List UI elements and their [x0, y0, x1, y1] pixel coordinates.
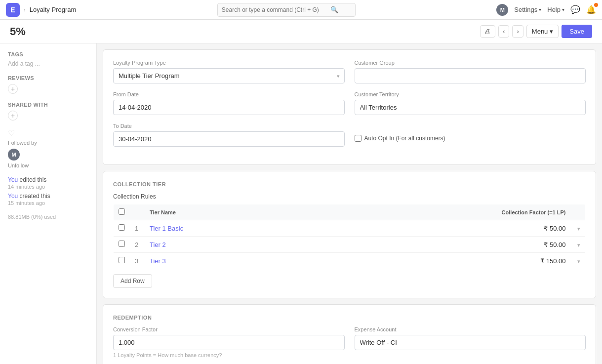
- row-checkbox[interactable]: [119, 257, 125, 263]
- followed-by-label: Followed by: [8, 140, 88, 146]
- row-tier-name-cell: Tier 3: [145, 253, 302, 269]
- chat-icon[interactable]: 💬: [570, 5, 580, 14]
- row-conversion: Conversion Factor 1 Loyalty Points = How…: [113, 326, 586, 358]
- header-tier-name: Tier Name: [145, 204, 302, 220]
- sidebar-shared-section: Shared With +: [8, 102, 88, 121]
- loyalty-program-type-select[interactable]: Multiple Tier Program: [113, 68, 345, 83]
- conversion-factor-group: Conversion Factor 1 Loyalty Points = How…: [113, 326, 345, 358]
- header-actions-col: [571, 204, 586, 220]
- heart-icon: ♡: [8, 128, 88, 138]
- prev-button[interactable]: ‹: [498, 25, 509, 38]
- expense-account-input[interactable]: [355, 335, 586, 350]
- subheader: 5% 🖨 ‹ › Menu ▾ Save: [0, 20, 602, 43]
- select-all-checkbox[interactable]: [119, 208, 125, 215]
- breadcrumb-chevron: ›: [24, 7, 26, 13]
- row-checkbox-cell: [114, 237, 130, 253]
- search-input[interactable]: [222, 6, 330, 13]
- conversion-factor-input[interactable]: [113, 335, 345, 350]
- row-checkbox-cell: [114, 253, 130, 269]
- row-actions-cell: ▾: [571, 220, 586, 237]
- table-row: 1 Tier 1 Basic ₹ 50.00 ▾: [114, 220, 586, 237]
- row-expand-icon[interactable]: ▾: [577, 226, 580, 232]
- sidebar-followed-section: ♡ Followed by M Unfollow: [8, 128, 88, 168]
- row-num: 1: [130, 220, 145, 237]
- user-avatar: M: [496, 4, 508, 16]
- collection-tier-header: COLLECTION TIER: [113, 181, 586, 187]
- activity-item-2: You created this 15 minutes ago: [8, 193, 88, 206]
- notification-icon[interactable]: 🔔: [586, 5, 596, 14]
- expense-account-group: Expense Account: [355, 326, 586, 358]
- unfollow-button[interactable]: Unfollow: [8, 162, 88, 168]
- sidebar-tags-section: Tags Add a tag ...: [8, 51, 88, 67]
- row-factor-cell: ₹ 150.00: [302, 253, 570, 269]
- activity-time-1: 14 minutes ago: [8, 184, 88, 190]
- table-row: 3 Tier 3 ₹ 150.00 ▾: [114, 253, 586, 269]
- collection-tier-table: Tier Name Collection Factor (=1 LP) 1 Ti…: [113, 204, 586, 269]
- collection-rules-label: Collection Rules: [113, 193, 586, 200]
- add-row-button[interactable]: Add Row: [113, 274, 152, 288]
- row-checkbox[interactable]: [119, 241, 125, 247]
- header-num-col: [130, 204, 145, 220]
- row-actions-cell: ▾: [571, 253, 586, 269]
- help-button[interactable]: Help ▾: [547, 6, 564, 13]
- row-checkbox[interactable]: [119, 224, 125, 231]
- activity-time-2: 15 minutes ago: [8, 200, 88, 206]
- conversion-hint: 1 Loyalty Points = How much base currenc…: [113, 352, 345, 358]
- sidebar: Tags Add a tag ... Reviews + Shared With…: [0, 43, 97, 364]
- activity-text-2: created this: [20, 193, 50, 200]
- row-from-date: From Date Customer Territory: [113, 91, 586, 115]
- row-checkbox-cell: [114, 220, 130, 237]
- to-date-label: To Date: [113, 123, 345, 129]
- customer-territory-input[interactable]: [355, 100, 586, 115]
- from-date-group: From Date: [113, 91, 345, 115]
- row-num: 3: [130, 253, 145, 269]
- row-expand-icon[interactable]: ▾: [577, 242, 580, 248]
- customer-group-label: Customer Group: [355, 60, 586, 66]
- auto-opt-in-checkbox[interactable]: [355, 135, 361, 142]
- row-expand-icon[interactable]: ▾: [577, 258, 580, 264]
- to-date-group: To Date: [113, 123, 345, 147]
- settings-caret: ▾: [539, 7, 541, 12]
- page-title: 5%: [10, 25, 26, 38]
- next-button[interactable]: ›: [512, 25, 523, 38]
- global-search[interactable]: 🔍: [217, 3, 356, 17]
- breadcrumb-title: Loyalty Program: [30, 6, 77, 13]
- menu-caret: ▾: [550, 28, 553, 35]
- print-button[interactable]: 🖨: [480, 25, 495, 38]
- activity-you-1: You: [8, 176, 18, 183]
- menu-button[interactable]: Menu ▾: [526, 25, 559, 38]
- app-icon: E: [6, 3, 20, 17]
- follower-item: M: [8, 149, 88, 161]
- search-icon: 🔍: [330, 6, 338, 13]
- redemption-card: REDEMPTION Conversion Factor 1 Loyalty P…: [103, 304, 596, 364]
- sidebar-activity-section: You edited this 14 minutes ago You creat…: [8, 176, 88, 206]
- tier-table-body: 1 Tier 1 Basic ₹ 50.00 ▾ 2 Tier 2 ₹ 50.0…: [114, 220, 586, 269]
- conversion-factor-label: Conversion Factor: [113, 326, 345, 332]
- notification-badge: [594, 3, 598, 7]
- add-review-button[interactable]: +: [8, 84, 18, 94]
- add-shared-button[interactable]: +: [8, 111, 18, 121]
- header-collection-factor: Collection Factor (=1 LP): [302, 204, 570, 220]
- auto-opt-in-group: Auto Opt In (For all customers): [355, 123, 586, 147]
- save-button[interactable]: Save: [562, 25, 592, 38]
- add-tag-placeholder[interactable]: Add a tag ...: [8, 60, 88, 67]
- row-program-type: Loyalty Program Type Multiple Tier Progr…: [113, 60, 586, 83]
- content-area: Loyalty Program Type Multiple Tier Progr…: [97, 43, 602, 364]
- tier-name-link[interactable]: Tier 1 Basic: [150, 225, 183, 232]
- settings-button[interactable]: Settings ▾: [514, 6, 541, 13]
- sidebar-reviews-section: Reviews +: [8, 75, 88, 94]
- customer-territory-label: Customer Territory: [355, 91, 586, 97]
- activity-item-1: You edited this 14 minutes ago: [8, 176, 88, 190]
- table-header-row: Tier Name Collection Factor (=1 LP): [114, 204, 586, 220]
- tier-name-link[interactable]: Tier 2: [150, 241, 166, 248]
- from-date-input[interactable]: [113, 100, 345, 115]
- customer-group-input[interactable]: [355, 68, 586, 83]
- tier-name-link[interactable]: Tier 3: [150, 257, 166, 265]
- row-num: 2: [130, 237, 145, 253]
- nav-right-actions: M Settings ▾ Help ▾ 💬 🔔: [496, 4, 596, 16]
- to-date-input[interactable]: [113, 131, 345, 147]
- loyalty-program-type-group: Loyalty Program Type Multiple Tier Progr…: [113, 60, 345, 83]
- collection-tier-card: COLLECTION TIER Collection Rules Tier Na…: [103, 171, 596, 298]
- auto-opt-in-label[interactable]: Auto Opt In (For all customers): [364, 135, 445, 142]
- row-tier-name-cell: Tier 2: [145, 237, 302, 253]
